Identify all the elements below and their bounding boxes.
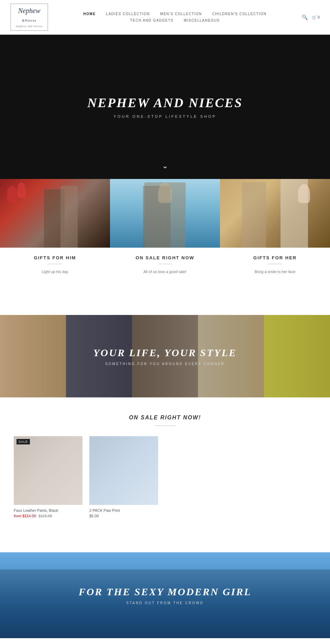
him-image <box>0 179 110 248</box>
him-divider <box>48 264 62 264</box>
price-from-label: from <box>14 514 21 518</box>
logo[interactable]: Nephew &Nieces nephew and nieces <box>10 3 48 31</box>
featured-section: GIFTS FOR HIM Light up his day ON SALE R… <box>0 179 330 287</box>
cart-icon: 🛒 <box>312 15 317 19</box>
nav-mens[interactable]: MEN'S COLLECTION <box>160 12 202 16</box>
on-sale-section: ON SALE RIGHT NOW! SALE Faux Leather Pan… <box>0 397 330 532</box>
bottom-banner: FOR THE SEXY MODERN GIRL STAND OUT FROM … <box>0 552 330 638</box>
price-original-value: $115.00 <box>38 514 52 518</box>
header-icons: 🔍 🛒 0 <box>302 14 320 20</box>
lifestyle-subtitle: SOMETHING FOR YOU AROUND EVERY CORNER <box>105 362 225 366</box>
logo-subtitle: nephew and nieces <box>16 25 42 28</box>
him-desc: Light up his day <box>42 270 68 274</box>
hero-title: NEPHEW AND NIECES <box>87 95 243 110</box>
hero-section: NEPHEW AND NIECES YOUR ONE-STOP LIFESTYL… <box>0 35 330 179</box>
nav-top-row: HOME LADIES COLLECTION MEN'S COLLECTION … <box>83 12 266 16</box>
sale-title: ON SALE RIGHT NOW <box>135 255 194 260</box>
featured-sale[interactable]: ON SALE RIGHT NOW All of us love a good … <box>110 179 220 287</box>
search-button[interactable]: 🔍 <box>302 14 308 20</box>
product-card-2[interactable]: 2 PACK Paw Print $5.00 <box>89 436 158 518</box>
nav-children[interactable]: CHILDREN'S COLLECTION <box>212 12 267 16</box>
product-price-1: from $114.00 $115.00 <box>14 514 82 518</box>
sale-badge-1: SALE <box>16 439 30 444</box>
her-image <box>220 179 330 248</box>
logo-text: Nephew &Nieces <box>18 7 40 23</box>
products-grid: SALE Faux Leather Pants, Black from $114… <box>10 436 320 518</box>
featured-him[interactable]: GIFTS FOR HIM Light up his day <box>0 179 110 287</box>
nav-tech[interactable]: TECH AND GADGETS <box>130 19 174 22</box>
hero-subtitle: YOUR ONE-STOP LIFESTYLE SHOP <box>113 114 216 118</box>
lifestyle-title: YOUR LIFE, YOUR STYLE <box>93 347 236 359</box>
product-name-1: Faux Leather Pants, Black <box>14 508 82 512</box>
on-sale-divider <box>155 426 175 426</box>
site-header: Nephew &Nieces nephew and nieces HOME LA… <box>0 0 330 35</box>
her-divider <box>268 264 282 264</box>
strip-5 <box>264 315 330 397</box>
lifestyle-banner: YOUR LIFE, YOUR STYLE SOMETHING FOR YOU … <box>0 315 330 397</box>
her-title: GIFTS FOR HER <box>253 255 297 260</box>
sale-image <box>110 179 220 248</box>
nav-home[interactable]: HOME <box>83 12 96 16</box>
cart-area[interactable]: 🛒 0 <box>312 15 320 20</box>
nav-ladies[interactable]: LADIES COLLECTION <box>106 12 150 16</box>
him-title: GIFTS FOR HIM <box>34 255 76 260</box>
scroll-down-button[interactable]: ⌄ <box>162 161 168 170</box>
sale-desc: All of us love a good sale! <box>143 270 186 274</box>
sale-divider <box>158 264 172 264</box>
strip-1 <box>0 315 66 397</box>
on-sale-title: ON SALE RIGHT NOW! <box>10 415 320 421</box>
product-image-2 <box>89 436 158 505</box>
main-nav: HOME LADIES COLLECTION MEN'S COLLECTION … <box>48 12 302 22</box>
nav-misc[interactable]: MISCELLANEOUS <box>184 19 220 22</box>
her-desc: Bring a smile to her face <box>255 270 296 274</box>
product-card-1[interactable]: SALE Faux Leather Pants, Black from $114… <box>14 436 82 518</box>
product-name-2: 2 PACK Paw Print <box>89 508 158 512</box>
bottom-banner-subtitle: STAND OUT FROM THE CROWD <box>126 601 204 605</box>
featured-her[interactable]: GIFTS FOR HER Bring a smile to her face <box>220 179 330 287</box>
nav-bottom-row: TECH AND GADGETS MISCELLANEOUS <box>130 19 220 22</box>
product-price-2: $5.00 <box>89 514 158 518</box>
search-icon: 🔍 <box>302 14 308 20</box>
product-image-1: SALE <box>14 436 82 505</box>
price-sale-value: $114.00 <box>22 514 36 518</box>
cart-count: 0 <box>318 15 320 19</box>
bottom-banner-title: FOR THE SEXY MODERN GIRL <box>79 586 252 598</box>
